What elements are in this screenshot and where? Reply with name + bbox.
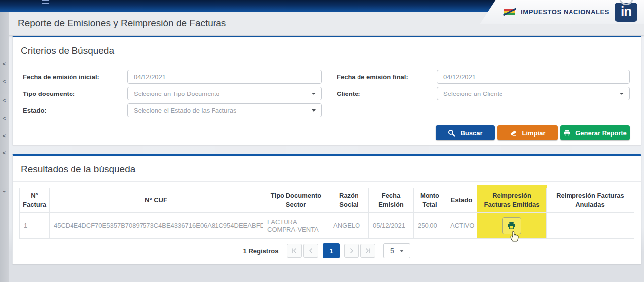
hand-cursor-icon bbox=[509, 229, 520, 242]
col-header-reimpresion-anuladas: Reimpresión Facturas Anuladas bbox=[547, 188, 634, 213]
tipo-documento-select[interactable]: Selecione un Tipo Documento bbox=[127, 87, 322, 100]
tipo-documento-label: Tipo documento: bbox=[23, 90, 127, 97]
cell-tipo-documento: FACTURA COMPRA-VENTA bbox=[263, 213, 329, 239]
chevron-left-icon[interactable] bbox=[0, 79, 9, 84]
cliente-label: Cliente: bbox=[337, 90, 437, 97]
bolivia-flag-icon bbox=[504, 9, 515, 15]
current-page-button[interactable]: 1 bbox=[323, 243, 340, 258]
next-page-button[interactable] bbox=[344, 244, 359, 258]
first-page-icon bbox=[291, 248, 297, 254]
chevron-left-icon bbox=[308, 248, 314, 254]
col-header-reimpresion-emitidas: Reimpresión Facturas Emitidas bbox=[477, 188, 547, 213]
cell-monto-total: 250,00 bbox=[414, 213, 446, 239]
fecha-inicial-label: Fecha de emisión inicial: bbox=[23, 73, 127, 81]
col-header-fecha-emision: Fecha Emisión bbox=[369, 188, 414, 213]
chevron-left-icon[interactable] bbox=[0, 116, 9, 121]
chevron-left-icon[interactable] bbox=[0, 150, 9, 155]
pagination-bar: 1 Registros 1 bbox=[13, 243, 641, 258]
page-title: Reporte de Emisiones y Reimpresión de Fa… bbox=[18, 18, 226, 29]
cell-reimpresion-emitidas bbox=[477, 213, 547, 239]
criteria-actions: Buscar Limpiar Generar Reporte bbox=[436, 125, 630, 140]
col-header-tipo-documento-sector: Tipo Documento Sector bbox=[263, 188, 329, 213]
brand-name: IMPUESTOS NACIONALES bbox=[521, 8, 609, 16]
col-header-razon-social: Razón Social bbox=[329, 188, 369, 213]
chevron-left-icon[interactable] bbox=[0, 133, 9, 138]
results-table-wrapper: N° Factura N° CUF Tipo Documento Sector … bbox=[13, 182, 641, 239]
fecha-inicial-input[interactable] bbox=[127, 70, 322, 84]
estado-select[interactable]: Selecione el Estado de las Facturas bbox=[127, 103, 322, 117]
search-criteria-form: Fecha de emisión inicial: Fecha de emisi… bbox=[13, 63, 641, 117]
buscar-button[interactable]: Buscar bbox=[436, 125, 495, 140]
col-header-monto-total: Monto Total bbox=[414, 188, 446, 213]
search-criteria-panel: Criterios de Búsqueda Fecha de emisión i… bbox=[12, 36, 641, 145]
collapsed-sidebar bbox=[0, 12, 9, 282]
printer-icon bbox=[507, 221, 516, 230]
cliente-select[interactable]: Selecione un Cliente bbox=[437, 87, 630, 100]
col-header-n-cuf: N° CUF bbox=[50, 188, 263, 213]
chevron-down-icon bbox=[400, 250, 404, 252]
first-page-button[interactable] bbox=[287, 244, 302, 258]
col-header-n-factura: N° Factura bbox=[20, 188, 50, 213]
cell-fecha-emision: 05/12/2021 bbox=[369, 213, 414, 239]
printer-icon bbox=[563, 129, 571, 137]
search-criteria-heading: Criterios de Búsqueda bbox=[13, 37, 641, 63]
previous-page-button[interactable] bbox=[303, 244, 318, 258]
search-results-heading: Resultados de la búsqueda bbox=[13, 156, 641, 182]
impuestos-nacionales-logo: in bbox=[615, 3, 637, 22]
estado-label: Estado: bbox=[23, 107, 127, 114]
chevron-left-icon[interactable] bbox=[0, 61, 9, 66]
last-page-button[interactable] bbox=[360, 244, 375, 258]
chevron-down-icon[interactable] bbox=[0, 188, 9, 193]
fecha-final-input[interactable] bbox=[437, 70, 630, 84]
chevron-right-icon bbox=[349, 248, 355, 254]
results-table: N° Factura N° CUF Tipo Documento Sector … bbox=[19, 188, 634, 239]
cell-razon-social: ANGELO bbox=[329, 213, 369, 239]
fecha-final-label: Fecha de emisión final: bbox=[337, 73, 437, 81]
hamburger-menu-icon[interactable] bbox=[42, 0, 49, 5]
records-count: 1 Registros bbox=[243, 247, 279, 255]
last-page-icon bbox=[365, 248, 371, 254]
brand-banner: IMPUESTOS NACIONALES in bbox=[473, 0, 644, 24]
table-header-row: N° Factura N° CUF Tipo Documento Sector … bbox=[20, 188, 634, 213]
generar-reporte-button[interactable]: Generar Reporte bbox=[560, 125, 630, 140]
table-row: 1 45CD4E4DCF70E5357B70897573C4BE4336716E… bbox=[20, 213, 634, 239]
eraser-icon bbox=[509, 129, 517, 136]
page-size-select[interactable]: 5 bbox=[383, 243, 410, 258]
cell-reimpresion-anuladas bbox=[547, 213, 634, 239]
main-content: Criterios de Búsqueda Fecha de emisión i… bbox=[9, 35, 644, 282]
cell-estado: ACTIVO bbox=[446, 213, 477, 239]
search-results-panel: Resultados de la búsqueda N° Factura N° … bbox=[12, 154, 641, 264]
limpiar-button[interactable]: Limpiar bbox=[497, 125, 558, 140]
search-icon bbox=[448, 129, 455, 137]
cell-n-factura: 1 bbox=[20, 213, 50, 239]
chevron-left-icon[interactable] bbox=[0, 98, 9, 103]
col-header-estado: Estado bbox=[446, 188, 477, 213]
cell-n-cuf: 45CD4E4DCF70E5357B70897573C4BE4336716E06… bbox=[50, 213, 263, 239]
